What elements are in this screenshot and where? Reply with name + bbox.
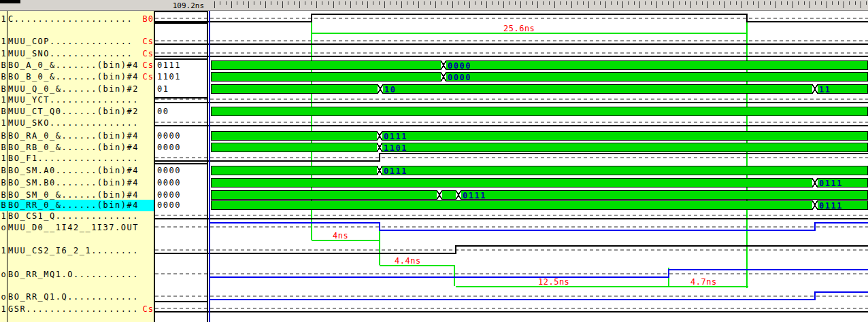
bus-transition-notch (812, 84, 818, 94)
signal-name-5[interactable]: MUU_Q_0_&......(bin)#2 (8, 84, 139, 94)
dashed-ref-line (155, 157, 868, 158)
bus-transition-notch (437, 190, 442, 200)
measure-cursor-vline (454, 265, 455, 286)
signal-name-13[interactable]: BO_SM.B0.......(bin)#4 (8, 178, 139, 187)
dashed-ref-line (155, 273, 868, 274)
bus-segment (211, 143, 380, 152)
bus-transition-notch (456, 190, 461, 200)
bit-wave-segment (155, 160, 380, 162)
bus-segment (380, 84, 815, 94)
signal-marker: Cs (136, 72, 154, 82)
signal-prefix: 1 (1, 49, 6, 58)
signal-name-21[interactable]: GSR................... (8, 304, 139, 314)
waveform-canvas[interactable]: 1C....................B01MUU_COP........… (0, 0, 868, 322)
signal-marker: Cs (136, 49, 154, 58)
names-panel-border (154, 11, 155, 322)
signal-marker: Cs (136, 37, 154, 46)
signal-name-0[interactable]: C.................... (8, 14, 133, 24)
measure-label: 4ns (333, 231, 348, 240)
bus-transition-notch (441, 60, 446, 70)
signal-name-4[interactable]: BO_B_0_&.......(bin)#4 (8, 72, 139, 82)
signal-name-7[interactable]: MUU_CT_Q0......(bin)#2 (8, 107, 139, 116)
bus-transition-notch (441, 72, 446, 82)
bit-wave-segment (815, 291, 868, 293)
signal-prefix: 1 (1, 211, 6, 221)
signal-name-2[interactable]: MUU_SNO.............. (8, 49, 133, 58)
signal-prefix: B (1, 190, 6, 200)
signal-prefix: B (1, 143, 6, 152)
bit-wave-segment (155, 43, 868, 45)
signal-name-3[interactable]: BO_A_0_&.......(bin)#4 (8, 60, 139, 70)
signal-prefix: B (1, 72, 6, 82)
signal-value: 0000 (157, 178, 181, 187)
signal-prefix: 1 (1, 14, 6, 24)
dashed-ref-line (155, 296, 868, 297)
bus-segment (211, 166, 380, 175)
bus-segment (458, 190, 868, 200)
signal-prefix: B (1, 131, 6, 141)
bit-wave-edge (668, 269, 669, 278)
measure-label: 25.6ns (503, 24, 535, 33)
signal-name-15[interactable]: BO_RR_0_&......(bin)#4 (8, 200, 139, 210)
signal-prefix: 1 (1, 118, 6, 128)
signal-prefix: B (1, 84, 6, 94)
bit-wave-edge (814, 222, 816, 231)
signal-name-10[interactable]: BO_RB_0_&......(bin)#4 (8, 143, 139, 152)
value-column-border (154, 97, 207, 99)
signal-prefix: 1 (1, 95, 6, 105)
signal-name-17[interactable]: MUU_D0__1I42__1I37.OUT (8, 223, 139, 232)
dashed-ref-line (155, 249, 868, 251)
signal-marker: Cs (136, 304, 154, 314)
bit-wave-segment (380, 153, 868, 154)
bus-segment (211, 107, 868, 116)
signal-name-12[interactable]: BO_SM.A0.......(bin)#4 (8, 166, 139, 175)
signal-name-9[interactable]: BO_RA_0_&......(bin)#4 (8, 131, 139, 141)
bit-wave-edge (814, 291, 816, 300)
bit-wave-segment (380, 230, 815, 231)
signal-prefix: 1 (1, 246, 6, 255)
bit-wave-segment (815, 222, 868, 223)
signal-name-19[interactable]: BO_RR_MQ1.O........... (8, 270, 139, 279)
main-cursor-line[interactable] (209, 11, 210, 322)
bit-wave-segment (155, 102, 868, 103)
signal-name-1[interactable]: MUU_COP.............. (8, 37, 133, 46)
bit-wave-segment (155, 218, 868, 219)
bus-segment (211, 84, 380, 94)
dashed-ref-line (155, 18, 868, 19)
bus-segment (380, 143, 868, 152)
signal-marker: Cs (136, 60, 154, 70)
bus-value-label: 0000 (448, 73, 471, 82)
signal-name-6[interactable]: MUU_YCT............... (8, 95, 139, 105)
signal-name-11[interactable]: BO_F1................. (8, 154, 139, 163)
signal-value: 1101 (157, 72, 181, 82)
signal-prefix: 1 (1, 37, 6, 46)
signal-prefix: o (1, 292, 6, 302)
signal-name-14[interactable]: BO_SM_0_&......(bin)#4 (8, 190, 139, 200)
bit-wave-segment (669, 269, 868, 270)
bus-segment (211, 178, 815, 187)
bus-value-label: 0111 (384, 166, 407, 176)
bus-segment (211, 131, 380, 141)
bit-wave-edge (746, 14, 748, 22)
dashed-ref-line (155, 308, 868, 309)
bus-segment (444, 72, 868, 82)
signal-name-20[interactable]: BO_RR_Q1.Q............ (8, 292, 139, 302)
signal-prefix: B (1, 178, 6, 187)
measure-label: 12.5ns (538, 277, 569, 287)
bit-wave-segment (210, 299, 815, 300)
signal-name-8[interactable]: MUU_SKO............... (8, 118, 139, 128)
value-column-border (154, 11, 207, 12)
measure-label: 4.7ns (690, 277, 717, 287)
bus-value-label: 11 (819, 85, 831, 94)
value-column-border (154, 163, 207, 164)
dashed-ref-line (155, 215, 868, 216)
signal-name-16[interactable]: BO_CS1_Q.............. (8, 211, 139, 221)
signal-prefix: o (1, 270, 6, 279)
signal-name-18[interactable]: MUU_CS2_I6_2_1........ (8, 246, 139, 255)
bit-wave-segment (155, 56, 868, 57)
bus-segment (211, 200, 815, 210)
bit-wave-segment (312, 14, 747, 15)
bus-value-label: 0111 (819, 179, 843, 188)
dashed-ref-line (155, 52, 868, 54)
bit-wave-segment (747, 21, 868, 22)
